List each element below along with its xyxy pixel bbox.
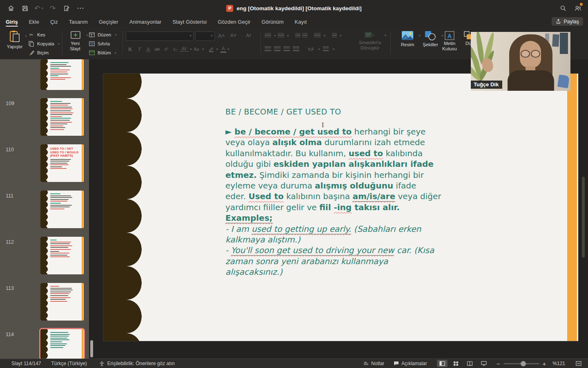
slide-body-text[interactable]: ► be / become / get used to herhangi bir… <box>225 127 470 278</box>
fit-slide-to-window-button[interactable] <box>573 360 584 367</box>
copy-button[interactable]: Kopyala˅ <box>28 40 60 48</box>
slide-thumbnail-panel: 109110USED TO / GET USED TO / WOULD (PAS… <box>0 59 89 359</box>
zoom-in-button[interactable]: + <box>543 360 546 367</box>
ribbon-tab-geçişler[interactable]: Geçişler <box>99 16 118 27</box>
decrease-font-icon[interactable]: A˅ <box>230 31 236 40</box>
bullets-button[interactable] <box>265 33 271 38</box>
ribbon-tab-görünüm[interactable]: Görünüm <box>261 16 283 27</box>
insert-picture-button[interactable]: Resim ˅ <box>397 30 418 47</box>
character-spacing-button[interactable]: AV <box>180 47 189 52</box>
ribbon-tab-çiz[interactable]: Çiz <box>50 16 58 27</box>
language-indicator[interactable]: Türkçe (Türkiye) <box>51 361 87 366</box>
ribbon-tab-slayt-gösterisi[interactable]: Slayt Gösterisi <box>172 16 207 27</box>
shapes-button[interactable]: Şekiller ˅ <box>420 30 441 47</box>
strikethrough-button[interactable]: ab <box>153 47 162 52</box>
slide-thumbnail-111[interactable] <box>40 191 84 228</box>
thumbnail-wave-decoration <box>40 329 48 359</box>
slide-thumbnail-112[interactable] <box>40 237 84 274</box>
thumbnail-content <box>50 240 80 258</box>
font-name-combobox[interactable]: ˅ <box>126 31 194 41</box>
slideshow-view-button[interactable] <box>479 360 489 367</box>
ribbon-tab-kayıt[interactable]: Kayıt <box>295 16 307 27</box>
home-icon[interactable] <box>7 4 15 12</box>
share-button[interactable]: Paylaş <box>552 17 583 26</box>
thumbnail-content: USED TO / GET USED TO / WOULD (PAST HABİ… <box>50 147 80 170</box>
canvas-vertical-scrollbar[interactable] <box>582 177 585 258</box>
ribbon-tab-gözden-geçir[interactable]: Gözden Geçir <box>218 16 250 27</box>
change-case-button[interactable]: Aa <box>192 47 201 52</box>
align-right-button[interactable] <box>283 47 290 52</box>
reading-view-button[interactable] <box>465 360 475 367</box>
font-color-button[interactable]: A <box>220 46 226 53</box>
zoom-out-button[interactable]: − <box>497 360 500 367</box>
export-icon[interactable] <box>63 4 70 12</box>
text-direction-button[interactable] <box>332 33 337 38</box>
layout-button[interactable]: Düzen˅ <box>88 31 117 39</box>
clipboard-icon <box>9 30 20 43</box>
ribbon-tab-animasyonlar[interactable]: Animasyonlar <box>129 16 162 27</box>
slide-thumbnail-partial[interactable] <box>40 59 84 90</box>
slide-sorter-view-button[interactable] <box>451 360 461 367</box>
slide-counter[interactable]: Slayt 114/147 <box>11 361 41 366</box>
search-icon[interactable] <box>559 4 567 12</box>
slide-thumbnail-109[interactable] <box>40 98 84 136</box>
undo-icon[interactable]: ↶˅ <box>35 4 42 12</box>
reset-button[interactable]: Sıfırla <box>88 40 110 48</box>
section-button[interactable]: Bölüm˅ <box>88 49 116 57</box>
format-painter-button[interactable]: Biçim <box>28 49 49 57</box>
text-box-button[interactable]: A Metin Kutusu <box>439 30 460 52</box>
zoom-slider[interactable] <box>503 363 539 364</box>
bold-button[interactable]: K <box>126 46 135 52</box>
increase-indent-button[interactable] <box>302 33 307 38</box>
line-spacing-button[interactable] <box>314 33 321 38</box>
more-actions-icon[interactable]: ⋯ <box>77 4 84 12</box>
subscript-button[interactable]: x₂ <box>171 47 180 52</box>
decrease-indent-button[interactable] <box>295 33 301 38</box>
redo-icon[interactable]: ↷ <box>49 4 56 12</box>
slide-text-line: veya olaya alışık olma durumlarını izah … <box>225 137 470 148</box>
zoom-slider-knob[interactable] <box>521 361 526 366</box>
slide-thumbnail-114[interactable] <box>40 329 84 359</box>
highlight-color-button[interactable] <box>208 46 215 53</box>
account-people-icon[interactable] <box>574 4 581 12</box>
paste-button[interactable]: Yapıştır ˅ <box>4 30 25 49</box>
accessibility-checker[interactable]: Erişilebilirlik: Önerilere göz atın <box>99 361 175 366</box>
align-center-button[interactable] <box>274 47 281 52</box>
italic-button[interactable]: T <box>135 46 144 52</box>
font-size-combobox[interactable]: ˅ <box>195 31 215 41</box>
comments-toggle[interactable]: Açıklamalar <box>393 361 427 366</box>
notes-toggle[interactable]: Notlar <box>363 361 384 366</box>
slide-thumbnail-113[interactable] <box>40 283 84 321</box>
thumbnail-orange-stripe <box>82 98 83 136</box>
slide-thumbnail-110[interactable]: USED TO / GET USED TO / WOULD (PAST HABİ… <box>40 144 84 182</box>
thumbnail-orange-stripe <box>82 191 83 228</box>
columns-button[interactable] <box>323 47 329 52</box>
ribbon-tab-tasarım[interactable]: Tasarım <box>69 16 88 27</box>
thumbnail-panel-scrollbar[interactable] <box>90 340 93 357</box>
presence-dot <box>580 3 583 6</box>
superscript-button[interactable]: x² <box>162 47 171 52</box>
slide-text-line: ► be / become / get used to herhangi bir… <box>225 127 470 137</box>
thumbnail-orange-stripe <box>82 237 83 274</box>
ribbon-tab-ekle[interactable]: Ekle <box>29 16 39 27</box>
thumbnail-wave-decoration <box>40 144 48 182</box>
normal-view-button[interactable] <box>437 360 448 367</box>
numbering-button[interactable] <box>278 33 284 38</box>
underline-button[interactable]: A <box>144 46 153 52</box>
align-text-button[interactable]: ⇅A <box>307 47 314 52</box>
align-left-button[interactable] <box>265 47 271 52</box>
new-slide-button[interactable]: Yeni Slayt ˅ <box>65 30 86 52</box>
slide-title[interactable]: BE / BECOME / GET USED TO <box>225 107 341 116</box>
current-slide[interactable]: BE / BECOME / GET USED TO ► be / become … <box>103 74 578 341</box>
clear-formatting-icon[interactable]: A𝄽 <box>246 31 251 40</box>
zoom-level[interactable]: %121 <box>552 361 565 366</box>
thumbnail-slide-title: USED TO / GET USED TO / WOULD (PAST HABİ… <box>50 147 80 158</box>
cut-button[interactable]: ✂Kes <box>28 31 45 39</box>
save-icon[interactable] <box>21 4 29 12</box>
justify-button[interactable] <box>293 47 299 52</box>
ribbon-tab-giriş[interactable]: Giriş <box>6 16 18 27</box>
convert-to-smartart-button[interactable]: SmartArt'a Dönüştür ˅ <box>354 30 385 51</box>
increase-font-icon[interactable]: A˄ <box>218 31 225 40</box>
slide-text-line: olduğu gibi eskiden yapılan alışkanlıkla… <box>225 159 470 170</box>
thumbnail-number: 111 <box>6 193 22 199</box>
